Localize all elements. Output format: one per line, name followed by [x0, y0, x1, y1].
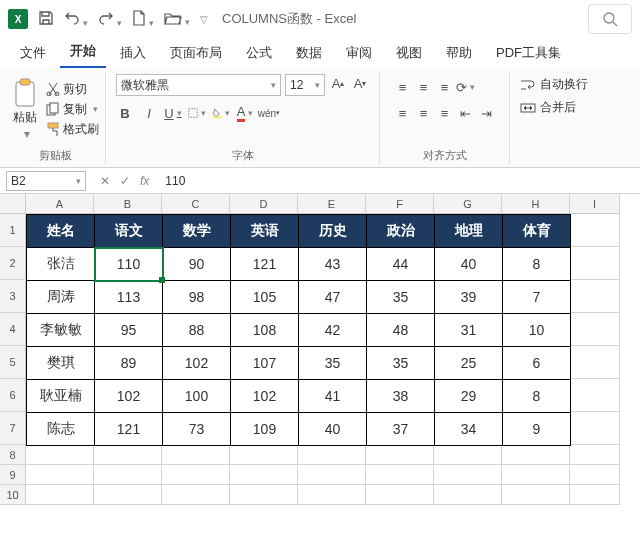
table-cell[interactable]: 102 — [95, 380, 163, 413]
font-name-select[interactable]: 微软雅黑▾ — [116, 74, 281, 96]
cell[interactable] — [366, 485, 434, 505]
table-cell[interactable]: 105 — [231, 281, 299, 314]
table-cell[interactable]: 35 — [367, 281, 435, 314]
table-cell[interactable]: 102 — [231, 380, 299, 413]
row-header-10[interactable]: 10 — [0, 485, 26, 505]
redo-icon[interactable]: ▾ — [98, 10, 122, 29]
cell[interactable] — [94, 485, 162, 505]
cell[interactable] — [570, 313, 620, 346]
tab-页面布局[interactable]: 页面布局 — [160, 38, 232, 68]
col-header-I[interactable]: I — [570, 194, 620, 214]
increase-font-icon[interactable]: A▴ — [329, 74, 347, 92]
row-header-6[interactable]: 6 — [0, 379, 26, 412]
new-icon[interactable]: ▾ — [132, 10, 154, 29]
cell[interactable] — [570, 346, 620, 379]
tab-公式[interactable]: 公式 — [236, 38, 282, 68]
table-cell[interactable]: 73 — [163, 413, 231, 446]
tab-数据[interactable]: 数据 — [286, 38, 332, 68]
row-header-4[interactable]: 4 — [0, 313, 26, 346]
tab-PDF工具集[interactable]: PDF工具集 — [486, 38, 571, 68]
table-header[interactable]: 地理 — [435, 215, 503, 248]
undo-icon[interactable]: ▾ — [64, 10, 88, 29]
font-color-button[interactable]: A▾ — [236, 104, 254, 122]
align-center-icon[interactable]: ≡ — [415, 104, 433, 122]
tab-文件[interactable]: 文件 — [10, 38, 56, 68]
paste-button[interactable]: 粘贴 ▾ — [12, 78, 38, 141]
cell[interactable] — [366, 465, 434, 485]
orientation-icon[interactable]: ⟳▾ — [457, 78, 475, 96]
cell[interactable] — [570, 445, 620, 465]
table-cell[interactable]: 李敏敏 — [27, 314, 95, 347]
table-cell[interactable]: 110 — [95, 248, 163, 281]
cell[interactable] — [94, 465, 162, 485]
table-cell[interactable]: 周涛 — [27, 281, 95, 314]
table-header[interactable]: 姓名 — [27, 215, 95, 248]
col-header-A[interactable]: A — [26, 194, 94, 214]
table-cell[interactable]: 8 — [503, 248, 571, 281]
tab-审阅[interactable]: 审阅 — [336, 38, 382, 68]
align-bottom-icon[interactable]: ≡ — [436, 78, 454, 96]
row-header-7[interactable]: 7 — [0, 412, 26, 445]
format-painter-button[interactable]: 格式刷 — [46, 121, 99, 138]
table-cell[interactable]: 113 — [95, 281, 163, 314]
cell[interactable] — [162, 465, 230, 485]
table-cell[interactable]: 43 — [299, 248, 367, 281]
table-cell[interactable]: 42 — [299, 314, 367, 347]
table-cell[interactable]: 40 — [299, 413, 367, 446]
open-icon[interactable]: ▾ — [164, 11, 190, 28]
table-cell[interactable]: 耿亚楠 — [27, 380, 95, 413]
select-all-corner[interactable] — [0, 194, 26, 214]
table-cell[interactable]: 10 — [503, 314, 571, 347]
cancel-icon[interactable]: ✕ — [100, 174, 110, 188]
cell[interactable] — [502, 465, 570, 485]
copy-button[interactable]: 复制▾ — [46, 101, 99, 118]
table-header[interactable]: 历史 — [299, 215, 367, 248]
row-header-9[interactable]: 9 — [0, 465, 26, 485]
table-header[interactable]: 体育 — [503, 215, 571, 248]
tab-帮助[interactable]: 帮助 — [436, 38, 482, 68]
table-cell[interactable]: 100 — [163, 380, 231, 413]
table-cell[interactable]: 40 — [435, 248, 503, 281]
table-cell[interactable]: 102 — [163, 347, 231, 380]
wrap-text-button[interactable]: 自动换行 — [520, 76, 588, 93]
cell[interactable] — [502, 445, 570, 465]
table-cell[interactable]: 90 — [163, 248, 231, 281]
row-header-8[interactable]: 8 — [0, 445, 26, 465]
cell[interactable] — [230, 485, 298, 505]
fx-icon[interactable]: fx — [140, 174, 149, 188]
align-top-icon[interactable]: ≡ — [394, 78, 412, 96]
row-header-2[interactable]: 2 — [0, 247, 26, 280]
underline-button[interactable]: U▾ — [164, 104, 182, 122]
merge-button[interactable]: 合并后 — [520, 99, 576, 116]
table-cell[interactable]: 9 — [503, 413, 571, 446]
table-cell[interactable]: 121 — [231, 248, 299, 281]
qat-more-icon[interactable]: ▽ — [200, 14, 208, 25]
cell[interactable] — [162, 445, 230, 465]
indent-decrease-icon[interactable]: ⇤ — [457, 104, 475, 122]
bold-button[interactable]: B — [116, 104, 134, 122]
table-cell[interactable]: 张洁 — [27, 248, 95, 281]
table-cell[interactable]: 8 — [503, 380, 571, 413]
row-header-5[interactable]: 5 — [0, 346, 26, 379]
table-cell[interactable]: 89 — [95, 347, 163, 380]
cell[interactable] — [26, 445, 94, 465]
cell[interactable] — [26, 465, 94, 485]
table-cell[interactable]: 34 — [435, 413, 503, 446]
cell[interactable] — [366, 445, 434, 465]
table-cell[interactable]: 38 — [367, 380, 435, 413]
col-header-C[interactable]: C — [162, 194, 230, 214]
cell[interactable] — [94, 445, 162, 465]
table-cell[interactable]: 109 — [231, 413, 299, 446]
name-box[interactable]: B2▾ — [6, 171, 86, 191]
cell[interactable] — [298, 445, 366, 465]
table-cell[interactable]: 121 — [95, 413, 163, 446]
save-icon[interactable] — [38, 10, 54, 29]
table-cell[interactable]: 41 — [299, 380, 367, 413]
table-cell[interactable]: 25 — [435, 347, 503, 380]
table-header[interactable]: 数学 — [163, 215, 231, 248]
table-cell[interactable]: 陈志 — [27, 413, 95, 446]
cell[interactable] — [570, 214, 620, 247]
cell[interactable] — [570, 465, 620, 485]
decrease-font-icon[interactable]: A▾ — [351, 74, 369, 92]
col-header-H[interactable]: H — [502, 194, 570, 214]
